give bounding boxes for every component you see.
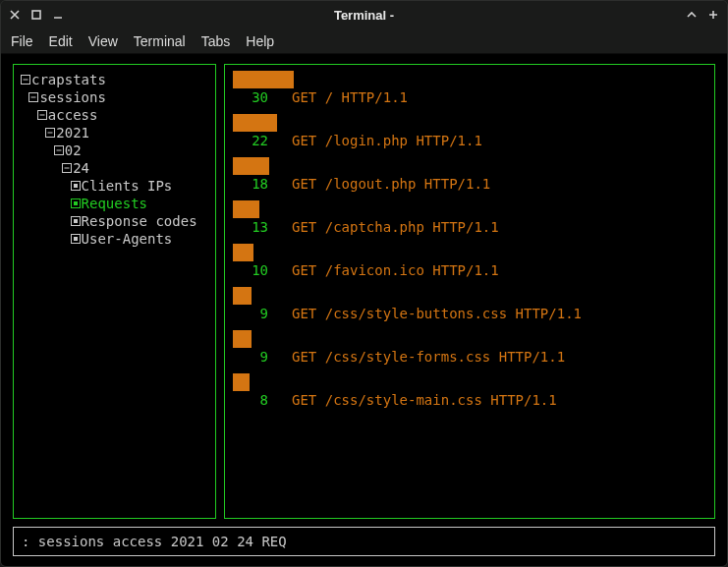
collapse-icon bbox=[36, 106, 48, 124]
tree-item-clients-ips[interactable]: Clients IPs bbox=[20, 177, 209, 195]
chart-value: 8 bbox=[237, 391, 268, 409]
chart-bar bbox=[233, 157, 269, 175]
tree-label: sessions bbox=[39, 88, 105, 106]
chart-value-line: 9GET /css/style-buttons.css HTTP/1.1 bbox=[233, 305, 706, 322]
chart-value-line: 30GET / HTTP/1.1 bbox=[233, 88, 706, 106]
tree-item-2021[interactable]: 2021 bbox=[20, 124, 209, 142]
chart-value: 10 bbox=[237, 261, 268, 279]
menubar: FileEditViewTerminalTabsHelp bbox=[1, 28, 727, 54]
tree-item-crapstats[interactable]: crapstats bbox=[20, 71, 209, 88]
svg-rect-14 bbox=[74, 184, 78, 188]
menu-item-tabs[interactable]: Tabs bbox=[201, 33, 231, 49]
chart-value-line: 10GET /favicon.ico HTTP/1.1 bbox=[233, 261, 706, 279]
close-icon[interactable] bbox=[9, 9, 21, 21]
terminal-content: crapstats sessions access 2021 02 24 Cli… bbox=[1, 54, 727, 566]
chart-row: 9GET /css/style-buttons.css HTTP/1.1 bbox=[233, 287, 706, 322]
chart-value: 22 bbox=[237, 132, 268, 149]
chart-bar bbox=[233, 287, 252, 305]
chart-value-line: 9GET /css/style-forms.css HTTP/1.1 bbox=[233, 348, 706, 366]
chart-row: 9GET /css/style-forms.css HTTP/1.1 bbox=[233, 330, 706, 366]
tree-pane: crapstats sessions access 2021 02 24 Cli… bbox=[13, 64, 216, 519]
chart-value: 9 bbox=[237, 348, 268, 366]
tree-item-02[interactable]: 02 bbox=[20, 142, 209, 159]
tree-label: Response codes bbox=[82, 212, 197, 230]
chart-bar bbox=[233, 71, 294, 88]
node-icon bbox=[70, 177, 82, 195]
chart-value-line: 8GET /css/style-main.css HTTP/1.1 bbox=[233, 391, 706, 409]
node-icon bbox=[70, 230, 82, 248]
tree-label: Clients IPs bbox=[82, 177, 173, 195]
terminal-window: Terminal - FileEditViewTerminalTabsHelp … bbox=[0, 0, 728, 567]
node-icon bbox=[70, 212, 82, 230]
maximize-icon[interactable] bbox=[30, 9, 42, 21]
chart-bar bbox=[233, 114, 277, 132]
menu-item-edit[interactable]: Edit bbox=[49, 33, 73, 49]
titlebar-left-controls bbox=[9, 9, 64, 21]
tree-label: 02 bbox=[65, 142, 82, 159]
menu-item-help[interactable]: Help bbox=[246, 33, 274, 49]
tree-item-response-codes[interactable]: Response codes bbox=[20, 212, 209, 230]
chart-label: GET /logout.php HTTP/1.1 bbox=[292, 175, 490, 193]
chart-row: 22GET /login.php HTTP/1.1 bbox=[233, 114, 706, 149]
collapse-icon bbox=[53, 142, 65, 159]
chart-bar bbox=[233, 373, 250, 391]
tree-label: 24 bbox=[73, 159, 89, 177]
chart-value-line: 18GET /logout.php HTTP/1.1 bbox=[233, 175, 706, 193]
chart-label: GET / HTTP/1.1 bbox=[292, 88, 408, 106]
collapse-icon bbox=[28, 88, 39, 106]
chart-value-line: 13GET /captcha.php HTTP/1.1 bbox=[233, 218, 706, 236]
tree-item-sessions[interactable]: sessions bbox=[20, 88, 209, 106]
svg-rect-18 bbox=[74, 219, 78, 223]
tree-item-user-agents[interactable]: User-Agents bbox=[20, 230, 209, 248]
svg-rect-20 bbox=[74, 237, 78, 241]
tree-label: 2021 bbox=[56, 124, 89, 142]
tree-label: crapstats bbox=[31, 71, 106, 88]
menu-item-terminal[interactable]: Terminal bbox=[134, 33, 186, 49]
svg-rect-0 bbox=[32, 11, 40, 19]
tree-label: access bbox=[48, 106, 98, 124]
tree-item-requests[interactable]: Requests bbox=[20, 195, 209, 212]
titlebar-right-controls bbox=[686, 9, 719, 21]
chart-bar bbox=[233, 200, 259, 218]
node-icon bbox=[70, 195, 82, 212]
chart-row: 8GET /css/style-main.css HTTP/1.1 bbox=[233, 373, 706, 409]
titlebar: Terminal - bbox=[1, 1, 727, 28]
chart-label: GET /css/style-buttons.css HTTP/1.1 bbox=[292, 305, 582, 322]
chart-value: 30 bbox=[237, 88, 268, 106]
chart-pane: 30GET / HTTP/1.122GET /login.php HTTP/1.… bbox=[224, 64, 715, 519]
chart-value: 13 bbox=[237, 218, 268, 236]
chart-label: GET /css/style-forms.css HTTP/1.1 bbox=[292, 348, 565, 366]
pane-container: crapstats sessions access 2021 02 24 Cli… bbox=[13, 64, 715, 519]
tree-item-access[interactable]: access bbox=[20, 106, 209, 124]
svg-rect-16 bbox=[74, 201, 78, 205]
chart-bar bbox=[233, 330, 252, 348]
tree-label: Requests bbox=[82, 195, 147, 212]
plus-icon[interactable] bbox=[707, 9, 719, 21]
collapse-icon bbox=[44, 124, 56, 142]
chart-label: GET /css/style-main.css HTTP/1.1 bbox=[292, 391, 557, 409]
minimize-icon[interactable] bbox=[52, 9, 64, 21]
chart-value: 18 bbox=[237, 175, 268, 193]
window-title: Terminal - bbox=[1, 8, 727, 23]
chart-row: 30GET / HTTP/1.1 bbox=[233, 71, 706, 106]
chart-value-line: 22GET /login.php HTTP/1.1 bbox=[233, 132, 706, 149]
chart-row: 18GET /logout.php HTTP/1.1 bbox=[233, 157, 706, 193]
chart-row: 10GET /favicon.ico HTTP/1.1 bbox=[233, 244, 706, 279]
collapse-icon bbox=[61, 159, 73, 177]
chart-row: 13GET /captcha.php HTTP/1.1 bbox=[233, 200, 706, 236]
status-text: : sessions access 2021 02 24 REQ bbox=[22, 534, 287, 549]
chart-label: GET /login.php HTTP/1.1 bbox=[292, 132, 482, 149]
chart-label: GET /captcha.php HTTP/1.1 bbox=[292, 218, 499, 236]
menu-item-view[interactable]: View bbox=[88, 33, 118, 49]
menu-item-file[interactable]: File bbox=[11, 33, 33, 49]
chart-label: GET /favicon.ico HTTP/1.1 bbox=[292, 261, 499, 279]
status-bar[interactable]: : sessions access 2021 02 24 REQ bbox=[13, 527, 715, 556]
chevron-up-icon[interactable] bbox=[686, 9, 698, 21]
chart-value: 9 bbox=[237, 305, 268, 322]
collapse-icon bbox=[20, 71, 31, 88]
tree-label: User-Agents bbox=[82, 230, 173, 248]
tree-item-24[interactable]: 24 bbox=[20, 159, 209, 177]
chart-bar bbox=[233, 244, 253, 261]
